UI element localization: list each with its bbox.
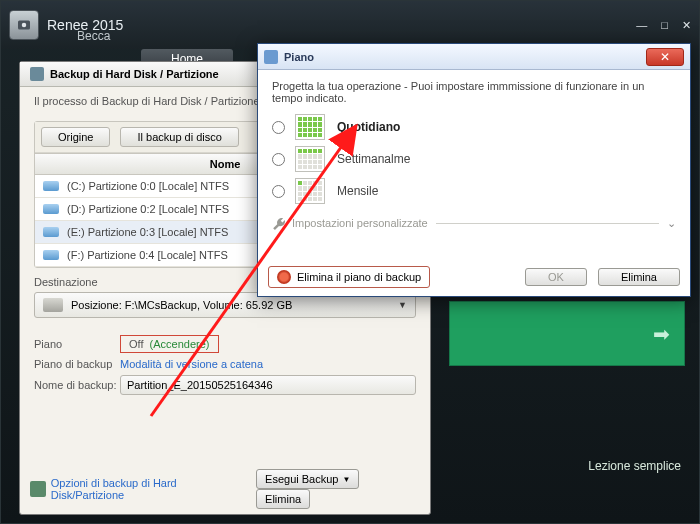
option-monthly[interactable]: Mensile <box>272 178 676 204</box>
disk-icon <box>43 227 59 237</box>
titlebar: Renee 2015 Becca — □ ✕ <box>1 1 699 49</box>
backup-options-link[interactable]: Opzioni di backup di Hard Disk/Partizion… <box>30 477 250 501</box>
piano-dialog: Piano ✕ Progetta la tua operazione - Puo… <box>257 43 691 297</box>
close-button[interactable]: ✕ <box>682 19 691 32</box>
delete-button[interactable]: Elimina <box>256 489 310 509</box>
wrench-icon <box>272 216 286 230</box>
tab-disk-backup[interactable]: Il backup di disco <box>120 127 238 147</box>
svg-point-1 <box>22 23 27 28</box>
calendar-daily-icon <box>295 114 325 140</box>
ok-button[interactable]: OK <box>525 268 587 286</box>
backup-name-label: Nome di backup: <box>34 379 120 391</box>
window-controls: — □ ✕ <box>636 19 691 32</box>
chevron-down-icon: ▼ <box>398 300 407 310</box>
disk-icon <box>43 250 59 260</box>
arrow-right-icon: ➡ <box>653 322 670 346</box>
elimina-button[interactable]: Elimina <box>598 268 680 286</box>
lesson-link[interactable]: Lezione semplice <box>588 459 681 473</box>
destination-value: Posizione: F:\MCsBackup, Volume: 65.92 G… <box>71 299 292 311</box>
disk-icon <box>43 181 59 191</box>
minimize-button[interactable]: — <box>636 19 647 32</box>
radio-daily[interactable] <box>272 121 285 134</box>
chevron-down-icon: ⌄ <box>667 217 676 230</box>
option-weekly[interactable]: Settimanalme <box>272 146 676 172</box>
plan-label: Piano di backup <box>34 358 120 370</box>
maximize-button[interactable]: □ <box>661 19 668 32</box>
app-subtitle: Becca <box>77 29 110 43</box>
piano-label: Piano <box>34 338 120 350</box>
drive-icon <box>43 298 63 312</box>
backup-name-input[interactable] <box>120 375 416 395</box>
dialog-title: Piano <box>284 51 314 63</box>
piano-toggle[interactable]: Off (Accendere) <box>120 335 219 353</box>
calendar-weekly-icon <box>295 146 325 172</box>
custom-settings-expander[interactable]: Impostazioni personalizzate⌄ <box>272 216 676 230</box>
calendar-monthly-icon <box>295 178 325 204</box>
delete-plan-button[interactable]: Elimina il piano di backup <box>268 266 430 288</box>
app-window: Renee 2015 Becca — □ ✕ Home Backup di Ha… <box>0 0 700 524</box>
chevron-down-icon: ▼ <box>342 475 350 484</box>
plan-value-link[interactable]: Modalità di versione a catena <box>120 358 263 370</box>
disk-icon <box>43 204 59 214</box>
dialog-icon <box>264 50 278 64</box>
radio-weekly[interactable] <box>272 153 285 166</box>
dialog-close-button[interactable]: ✕ <box>646 48 684 66</box>
next-card[interactable]: ➡ <box>449 301 685 366</box>
option-daily[interactable]: Quotidiano <box>272 114 676 140</box>
tab-origin[interactable]: Origine <box>41 127 110 147</box>
app-logo-icon <box>9 10 39 40</box>
radio-monthly[interactable] <box>272 185 285 198</box>
dialog-description: Progetta la tua operazione - Puoi impost… <box>272 80 676 104</box>
run-backup-button[interactable]: Esegui Backup▼ <box>256 469 359 489</box>
